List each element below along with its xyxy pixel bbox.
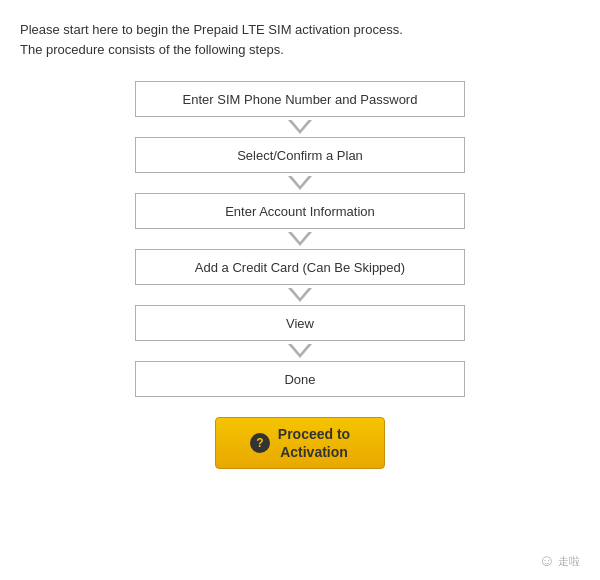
step-select-plan: Select/Confirm a Plan: [135, 137, 465, 173]
intro-text: Please start here to begin the Prepaid L…: [20, 20, 580, 59]
step-credit-card: Add a Credit Card (Can Be Skipped): [135, 249, 465, 285]
proceed-section: ? Proceed to Activation: [20, 417, 580, 469]
arrow-3: [288, 229, 312, 249]
arrow-down-icon: [288, 344, 312, 358]
watermark-icon: ☺: [539, 552, 555, 570]
steps-container: Enter SIM Phone Number and Password Sele…: [20, 81, 580, 397]
page-container: Please start here to begin the Prepaid L…: [0, 0, 600, 580]
arrow-down-icon: [288, 288, 312, 302]
watermark-text: 走啦: [558, 554, 580, 569]
arrow-4: [288, 285, 312, 305]
arrow-1: [288, 117, 312, 137]
arrow-5: [288, 341, 312, 361]
step-done: Done: [135, 361, 465, 397]
arrow-2: [288, 173, 312, 193]
arrow-down-icon: [288, 232, 312, 246]
step-account-info: Enter Account Information: [135, 193, 465, 229]
step-view: View: [135, 305, 465, 341]
step-sim-phone: Enter SIM Phone Number and Password: [135, 81, 465, 117]
arrow-down-icon: [288, 176, 312, 190]
proceed-to-activation-button[interactable]: ? Proceed to Activation: [215, 417, 385, 469]
intro-line1: Please start here to begin the Prepaid L…: [20, 22, 403, 37]
arrow-down-icon: [288, 120, 312, 134]
proceed-button-label: Proceed to Activation: [278, 425, 350, 461]
watermark: ☺ 走啦: [539, 552, 580, 570]
question-icon: ?: [250, 433, 270, 453]
intro-line2: The procedure consists of the following …: [20, 42, 284, 57]
